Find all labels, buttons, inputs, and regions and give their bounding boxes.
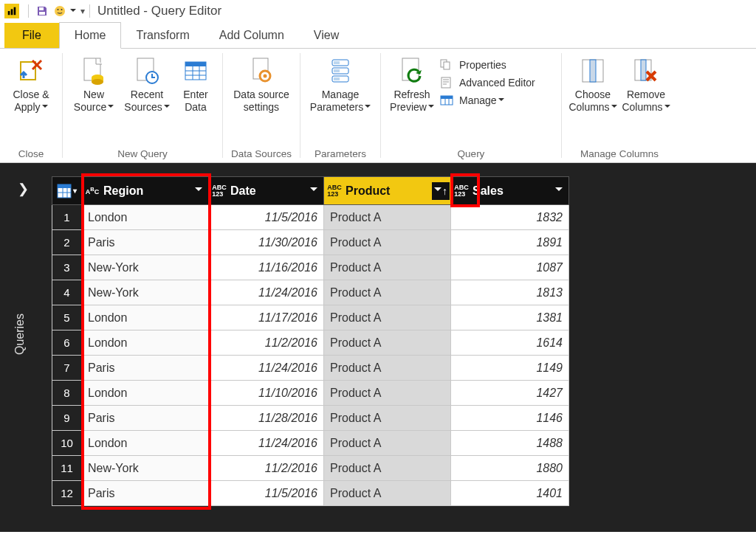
- tab-home[interactable]: Home: [59, 22, 122, 49]
- manage-parameters-button[interactable]: Manage Parameters: [305, 52, 376, 117]
- remove-columns-button[interactable]: Remove Columns: [619, 52, 673, 117]
- column-header-date[interactable]: ABC123Date: [209, 177, 324, 205]
- cell-region[interactable]: Paris: [82, 481, 209, 506]
- row-number-header[interactable]: ▾: [52, 177, 82, 205]
- cell-date[interactable]: 11/24/2016: [209, 280, 324, 305]
- table-row[interactable]: 7Paris11/24/2016Product A1149: [52, 356, 569, 381]
- group-query: Query: [458, 147, 485, 161]
- tab-add-column[interactable]: Add Column: [205, 23, 299, 48]
- cell-region[interactable]: New-York: [82, 456, 209, 481]
- table-row[interactable]: 11New-York11/2/2016Product A1880: [52, 456, 569, 481]
- new-source-button[interactable]: New Source: [67, 52, 120, 117]
- cell-region[interactable]: London: [82, 431, 209, 456]
- cell-product[interactable]: Product A: [324, 330, 451, 356]
- cell-sales[interactable]: 1149: [451, 356, 569, 381]
- qat-dropdown-icon[interactable]: [69, 5, 76, 17]
- table-row[interactable]: 6London11/2/2016Product A1614: [52, 330, 569, 356]
- cell-product[interactable]: Product A: [324, 431, 451, 456]
- cell-sales[interactable]: 1401: [451, 481, 569, 506]
- table-row[interactable]: 8London11/10/2016Product A1427: [52, 381, 569, 406]
- properties-button[interactable]: Properties: [439, 56, 557, 74]
- enter-data-button[interactable]: Enter Data: [173, 52, 218, 117]
- filter-date-button[interactable]: [305, 182, 323, 200]
- save-icon[interactable]: [35, 4, 49, 18]
- cell-sales[interactable]: 1427: [451, 381, 569, 406]
- column-header-product[interactable]: ABC123Product↑: [324, 177, 451, 205]
- cell-product[interactable]: Product A: [324, 230, 451, 255]
- cell-sales[interactable]: 1087: [451, 255, 569, 280]
- svg-rect-28: [334, 61, 340, 64]
- data-source-settings-button[interactable]: Data source settings: [227, 52, 295, 117]
- cell-sales[interactable]: 1832: [451, 205, 569, 230]
- table-row[interactable]: 1London11/5/2016Product A1832: [52, 205, 569, 230]
- cell-product[interactable]: Product A: [324, 205, 451, 230]
- cell-date[interactable]: 11/17/2016: [209, 305, 324, 330]
- row-number-cell: 6: [52, 330, 82, 356]
- recent-sources-button[interactable]: Recent Sources: [120, 52, 173, 117]
- emoji-icon[interactable]: [52, 4, 67, 18]
- cell-date[interactable]: 11/2/2016: [209, 330, 324, 356]
- tab-view[interactable]: View: [299, 23, 354, 48]
- table-row[interactable]: 5London11/17/2016Product A1381: [52, 305, 569, 330]
- cell-product[interactable]: Product A: [324, 280, 451, 305]
- cell-product[interactable]: Product A: [324, 481, 451, 506]
- refresh-preview-button[interactable]: Refresh Preview: [385, 52, 439, 117]
- tab-file[interactable]: File: [4, 23, 59, 48]
- cell-date[interactable]: 11/5/2016: [209, 481, 324, 506]
- cell-region[interactable]: London: [82, 305, 209, 330]
- advanced-editor-button[interactable]: Advanced Editor: [439, 74, 557, 91]
- table-row[interactable]: 9Paris11/28/2016Product A1146: [52, 406, 569, 431]
- cell-date[interactable]: 11/2/2016: [209, 456, 324, 481]
- expand-rail-icon[interactable]: ❯: [18, 181, 29, 197]
- cell-region[interactable]: London: [82, 381, 209, 406]
- cell-region[interactable]: New-York: [82, 255, 209, 280]
- cell-date[interactable]: 11/28/2016: [209, 406, 324, 431]
- cell-region[interactable]: New-York: [82, 280, 209, 305]
- choose-columns-button[interactable]: Choose Columns: [566, 52, 619, 117]
- queries-rail[interactable]: ❯ Queries: [0, 163, 41, 532]
- queries-rail-label: Queries: [13, 314, 27, 355]
- svg-point-26: [264, 75, 267, 78]
- cell-product[interactable]: Product A: [324, 255, 451, 280]
- cell-date[interactable]: 11/30/2016: [209, 230, 324, 255]
- filter-region-button[interactable]: [190, 182, 207, 200]
- table-row[interactable]: 12Paris11/5/2016Product A1401: [52, 481, 569, 506]
- column-header-sales[interactable]: ABC123Sales: [451, 177, 569, 205]
- remove-columns-icon: [631, 55, 661, 87]
- table-row[interactable]: 2Paris11/30/2016Product A1891: [52, 230, 569, 255]
- cell-product[interactable]: Product A: [324, 406, 451, 431]
- cell-sales[interactable]: 1614: [451, 330, 569, 356]
- filter-product-button[interactable]: ↑: [432, 182, 450, 200]
- close-apply-button[interactable]: Close & Apply: [4, 52, 58, 117]
- cell-region[interactable]: London: [82, 205, 209, 230]
- cell-region[interactable]: London: [82, 330, 209, 356]
- manage-query-button[interactable]: Manage: [439, 91, 557, 109]
- filter-sales-button[interactable]: [550, 182, 568, 200]
- table-row[interactable]: 4New-York11/24/2016Product A1813: [52, 280, 569, 305]
- cell-product[interactable]: Product A: [324, 456, 451, 481]
- svg-point-5: [55, 6, 65, 16]
- cell-sales[interactable]: 1381: [451, 305, 569, 330]
- tab-transform[interactable]: Transform: [121, 23, 204, 48]
- cell-date[interactable]: 11/10/2016: [209, 381, 324, 406]
- cell-sales[interactable]: 1880: [451, 456, 569, 481]
- cell-sales[interactable]: 1813: [451, 280, 569, 305]
- cell-product[interactable]: Product A: [324, 356, 451, 381]
- cell-date[interactable]: 11/5/2016: [209, 205, 324, 230]
- column-header-region[interactable]: ABCRegion: [82, 177, 209, 205]
- cell-date[interactable]: 11/24/2016: [209, 356, 324, 381]
- cell-sales[interactable]: 1488: [451, 431, 569, 456]
- cell-product[interactable]: Product A: [324, 381, 451, 406]
- cell-date[interactable]: 11/24/2016: [209, 431, 324, 456]
- cell-region[interactable]: Paris: [82, 356, 209, 381]
- cell-sales[interactable]: 1146: [451, 406, 569, 431]
- cell-region[interactable]: Paris: [82, 230, 209, 255]
- cell-sales[interactable]: 1891: [451, 230, 569, 255]
- cell-date[interactable]: 11/16/2016: [209, 255, 324, 280]
- row-number-cell: 1: [52, 205, 82, 230]
- table-row[interactable]: 10London11/24/2016Product A1488: [52, 431, 569, 456]
- table-row[interactable]: 3New-York11/16/2016Product A1087: [52, 255, 569, 280]
- cell-region[interactable]: Paris: [82, 406, 209, 431]
- cell-product[interactable]: Product A: [324, 305, 451, 330]
- qat-customize-icon[interactable]: ▾: [80, 6, 85, 16]
